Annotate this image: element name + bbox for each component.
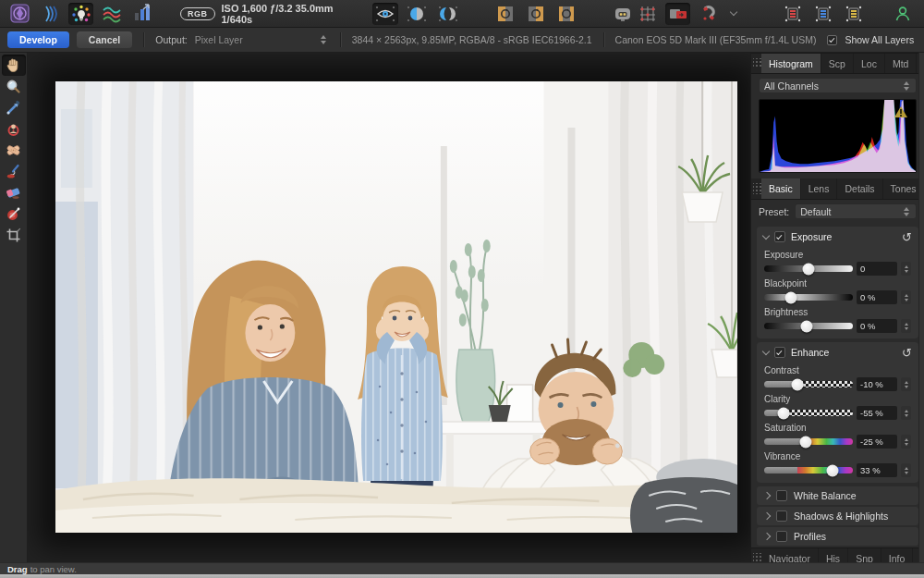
expand-chevron-icon[interactable] [763, 533, 771, 540]
tool-blemish-removal[interactable] [2, 140, 26, 161]
slider-track-contrast[interactable] [764, 381, 853, 387]
develop-apply-button[interactable]: Develop [7, 31, 69, 48]
panel-tab-mtd[interactable]: Mtd [885, 54, 918, 73]
family-photo[interactable] [55, 81, 737, 533]
slider-thumb-blackpoint[interactable] [784, 291, 796, 303]
cancel-button[interactable]: Cancel [77, 31, 132, 48]
group-header-enhance[interactable]: Enhance↺ [757, 342, 918, 363]
value-field-saturation[interactable]: -25 % [857, 435, 897, 449]
liquify-persona-button[interactable] [38, 3, 63, 25]
collapse-chevron-icon[interactable] [762, 232, 770, 240]
mirror-view-button[interactable] [435, 3, 461, 25]
section-white-balance[interactable]: White Balance [757, 486, 918, 505]
tool-overlay-paint[interactable] [2, 161, 26, 182]
expand-chevron-icon[interactable] [763, 512, 771, 520]
value-stepper-clarity[interactable] [901, 406, 911, 420]
show-all-layers-checkbox[interactable] [827, 35, 837, 45]
output-stepper-icon[interactable] [319, 35, 329, 44]
panel-drag-handle-icon[interactable] [753, 183, 761, 194]
panel-scrollbar[interactable] [918, 53, 924, 562]
output-select[interactable]: Pixel Layer [195, 34, 329, 45]
split-view-button[interactable] [404, 3, 430, 25]
slider-track-brightness[interactable] [764, 323, 853, 329]
section-shadows-highlights[interactable]: Shadows & Highlights [757, 507, 918, 525]
slider-thumb-contrast[interactable] [792, 378, 804, 390]
reset-icon[interactable]: ↺ [902, 347, 912, 359]
clip-tones-button[interactable] [553, 3, 578, 25]
tool-view-hand[interactable] [2, 55, 26, 76]
studio-preset-red-button[interactable] [780, 3, 805, 25]
tool-overlay-erase[interactable] [2, 182, 26, 203]
value-field-clarity[interactable]: -55 % [857, 406, 897, 420]
value-stepper-contrast[interactable] [901, 377, 911, 391]
value-field-vibrance[interactable]: 33 % [857, 463, 897, 477]
develop-persona-button[interactable] [68, 3, 93, 25]
clip-highlights-button[interactable] [523, 3, 548, 25]
single-view-button[interactable] [372, 3, 398, 25]
slider-track-blackpoint[interactable] [764, 294, 853, 301]
collapse-chevron-icon[interactable] [762, 348, 770, 355]
slider-thumb-clarity[interactable] [778, 407, 790, 419]
slider-thumb-vibrance[interactable] [826, 464, 838, 476]
adjust-tab-details[interactable]: Details [837, 178, 882, 199]
channels-select[interactable]: All Channels [759, 78, 917, 93]
shadows-highlights-enabled-checkbox[interactable] [776, 510, 787, 522]
tool-crop[interactable] [2, 225, 26, 246]
develop-assistant-button[interactable] [610, 3, 635, 25]
clipping-warning-icon[interactable] [894, 106, 907, 117]
export-persona-button[interactable] [129, 3, 154, 25]
value-field-blackpoint[interactable]: 0 % [857, 290, 897, 304]
adjust-tab-lens[interactable]: Lens [801, 178, 838, 199]
value-field-contrast[interactable]: -10 % [857, 377, 897, 391]
soft-proof-button[interactable] [665, 3, 690, 25]
value-stepper-exposure[interactable] [901, 262, 911, 276]
panel-tab-scp[interactable]: Scp [821, 54, 854, 73]
white-balance-enabled-checkbox[interactable] [776, 490, 787, 501]
tool-overlay-gradient[interactable] [2, 203, 26, 225]
exposure-enabled-checkbox[interactable] [774, 231, 785, 242]
preset-value: Default [800, 206, 831, 217]
studio-preset-blue-button[interactable] [810, 3, 835, 25]
snapping-button[interactable] [696, 3, 721, 25]
panel-tab-loc[interactable]: Loc [854, 54, 885, 73]
section-profiles[interactable]: Profiles [757, 527, 918, 546]
canvas-viewport[interactable] [28, 53, 750, 562]
value-field-exposure[interactable]: 0 [857, 262, 897, 276]
enhance-enabled-checkbox[interactable] [774, 347, 785, 358]
photo-persona-button[interactable] [7, 3, 32, 25]
slider-track-clarity[interactable] [764, 410, 853, 416]
slider-thumb-brightness[interactable] [801, 320, 813, 332]
slider-label: Contrast [764, 365, 911, 375]
grid-toggle-button[interactable] [635, 3, 660, 25]
expand-chevron-icon[interactable] [763, 492, 771, 499]
slider-thumb-exposure[interactable] [803, 263, 815, 275]
tool-red-eye-removal[interactable] [2, 118, 26, 140]
tool-zoom[interactable] [2, 76, 26, 97]
group-header-exposure[interactable]: Exposure↺ [757, 227, 918, 247]
value-stepper-saturation[interactable] [901, 435, 911, 449]
slider-track-exposure[interactable] [764, 265, 853, 272]
account-button[interactable] [890, 3, 915, 25]
slider-thumb-saturation[interactable] [800, 436, 812, 448]
profiles-enabled-checkbox[interactable] [776, 531, 787, 542]
adjust-tab-basic[interactable]: Basic [761, 178, 801, 199]
reset-icon[interactable]: ↺ [902, 231, 912, 243]
value-stepper-vibrance[interactable] [901, 463, 911, 477]
studio-preset-yellow-icon [845, 5, 863, 23]
value-stepper-blackpoint[interactable] [901, 290, 911, 304]
value-field-brightness[interactable]: 0 % [857, 319, 897, 333]
photo-illustration [55, 81, 737, 533]
studio-preset-yellow-button[interactable] [841, 3, 866, 25]
clip-shadows-button[interactable] [492, 3, 517, 25]
tone-mapping-persona-button[interactable] [99, 3, 124, 25]
snapping-dropdown-button[interactable] [726, 3, 741, 25]
preset-select[interactable]: Default [795, 203, 917, 219]
panel-tab-histogram[interactable]: Histogram [761, 54, 821, 73]
channels-row: All Channels [751, 74, 924, 97]
slider-track-saturation[interactable] [764, 438, 853, 445]
value-stepper-brightness[interactable] [901, 319, 911, 333]
tool-white-balance[interactable] [2, 97, 26, 118]
slider-track-vibrance[interactable] [764, 467, 853, 473]
slider-row-saturation: Saturation-25 % [757, 420, 918, 449]
panel-drag-handle-icon[interactable] [753, 58, 761, 68]
